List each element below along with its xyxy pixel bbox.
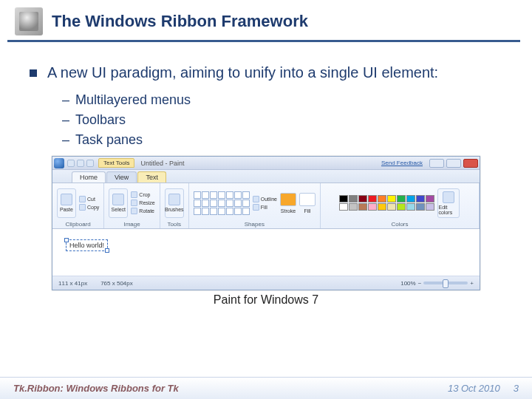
color-swatch[interactable] (358, 195, 367, 202)
tab-home[interactable]: Home (72, 171, 106, 183)
crop-icon (131, 191, 137, 198)
stroke-label: Stroke (281, 208, 296, 214)
institution-logo-icon (15, 7, 43, 35)
sub-bullet: –Toolbars (62, 110, 502, 130)
bullet-main: A new UI paradigm, aiming to unify into … (30, 63, 502, 83)
color-swatch[interactable] (426, 195, 434, 202)
send-feedback-link[interactable]: Send Feedback (381, 160, 423, 166)
color-swatch[interactable] (339, 195, 348, 202)
color-swatch[interactable] (339, 203, 348, 211)
color-swatch[interactable] (368, 203, 377, 211)
color-swatch[interactable] (349, 195, 358, 202)
zoom-slider[interactable] (423, 282, 468, 284)
app-menu-orb-icon[interactable] (54, 158, 64, 168)
contextual-tab-header: Text Tools (98, 158, 134, 168)
figure-caption: Paint for Windows 7 (30, 293, 502, 307)
edit-colors-button[interactable]: Edit colors (437, 188, 460, 218)
zoom-in-icon[interactable]: + (470, 280, 474, 287)
sub-bullet: –Multilayered menus (62, 90, 502, 110)
group-label: Clipboard (66, 221, 91, 228)
rotate-button[interactable]: Rotate (131, 208, 154, 214)
brush-icon (168, 194, 180, 205)
fill-label: Fill (304, 208, 310, 214)
outline-icon (253, 196, 259, 202)
fill-option-button[interactable]: Fill (253, 204, 277, 211)
resize-icon (131, 200, 137, 206)
zoom-value: 100% (400, 280, 415, 287)
copy-icon (79, 204, 86, 211)
tab-view[interactable]: View (106, 171, 137, 183)
paste-button[interactable]: Paste (57, 188, 76, 218)
status-bar: 111 x 41px 765 x 504px 100% − + (52, 276, 480, 290)
color-swatch[interactable] (387, 203, 396, 211)
color-swatch[interactable] (406, 195, 415, 202)
group-label: Tools (167, 221, 181, 228)
canvas[interactable]: Hello world! (52, 229, 480, 276)
sub-bullet: –Task panes (62, 130, 502, 150)
shapes-gallery[interactable] (194, 191, 250, 215)
group-image: Select Crop Resize Rotate Image (104, 183, 160, 228)
footer-title: Tk.Ribbon: Windows Ribbons for Tk (13, 383, 179, 394)
outline-button[interactable]: Outline (253, 196, 277, 202)
square-bullet-icon (30, 69, 37, 77)
dash-icon: – (62, 110, 69, 130)
zoom-out-icon[interactable]: − (418, 280, 422, 287)
fill-color-button[interactable] (299, 193, 316, 206)
fill-icon (253, 204, 259, 211)
bullet-main-text: A new UI paradigm, aiming to unify into … (47, 63, 438, 83)
text-edit-box[interactable]: Hello world! (66, 239, 108, 251)
titlebar: Text Tools Untitled - Paint Send Feedbac… (52, 157, 480, 170)
color-swatch[interactable] (387, 195, 396, 202)
slide-header: The Windows Ribbon Framework (7, 0, 520, 42)
slide-footer: Tk.Ribbon: Windows Ribbons for Tk 13 Oct… (0, 377, 532, 399)
color-swatch[interactable] (416, 203, 425, 211)
tab-text[interactable]: Text (137, 171, 166, 183)
select-icon (112, 194, 124, 205)
group-colors: Edit colors Colors (321, 183, 480, 228)
color-palette[interactable] (339, 195, 434, 211)
paste-icon (61, 194, 72, 205)
dash-icon: – (62, 90, 69, 110)
cursor-position: 111 x 41px (58, 280, 87, 287)
qat-save-icon[interactable] (67, 160, 75, 167)
brushes-button[interactable]: Brushes (165, 188, 184, 218)
slide-body: A new UI paradigm, aiming to unify into … (0, 42, 532, 307)
ribbon-tabs: Home View Text (52, 170, 480, 183)
group-tools: Brushes Tools (160, 183, 189, 228)
quick-access-toolbar (67, 160, 94, 167)
ribbon: Paste Cut Copy Clipboard Select Crop Res… (52, 183, 480, 229)
color-swatch[interactable] (426, 203, 434, 211)
group-shapes: Outline Fill Stroke Fill Shapes (189, 183, 321, 228)
resize-button[interactable]: Resize (131, 200, 154, 206)
color-swatch[interactable] (358, 203, 367, 211)
edit-colors-icon (443, 191, 454, 203)
select-button[interactable]: Select (109, 188, 128, 218)
color-swatch[interactable] (378, 195, 386, 202)
qat-undo-icon[interactable] (77, 160, 84, 167)
group-label: Colors (391, 221, 408, 228)
group-label: Image (123, 221, 140, 228)
canvas-size: 765 x 504px (100, 280, 133, 287)
maximize-button[interactable] (446, 159, 461, 168)
group-label: Shapes (245, 221, 265, 228)
color-swatch[interactable] (349, 203, 358, 211)
window-title: Untitled - Paint (140, 160, 184, 167)
color-swatch[interactable] (397, 203, 406, 211)
zoom-control[interactable]: 100% − + (400, 280, 474, 287)
slide-title: The Windows Ribbon Framework (52, 12, 308, 31)
copy-button[interactable]: Copy (79, 204, 99, 211)
color-swatch[interactable] (378, 203, 386, 211)
color-swatch[interactable] (416, 195, 425, 202)
color-swatch[interactable] (406, 203, 415, 211)
dash-icon: – (62, 130, 69, 150)
close-button[interactable] (463, 159, 478, 168)
cut-button[interactable]: Cut (79, 196, 99, 202)
qat-redo-icon[interactable] (86, 160, 94, 167)
color-swatch[interactable] (368, 195, 377, 202)
footer-page-number: 3 (514, 383, 519, 394)
crop-button[interactable]: Crop (131, 191, 154, 198)
cut-icon (79, 196, 86, 202)
stroke-color-button[interactable] (280, 193, 296, 206)
color-swatch[interactable] (397, 195, 406, 202)
minimize-button[interactable] (429, 159, 444, 168)
